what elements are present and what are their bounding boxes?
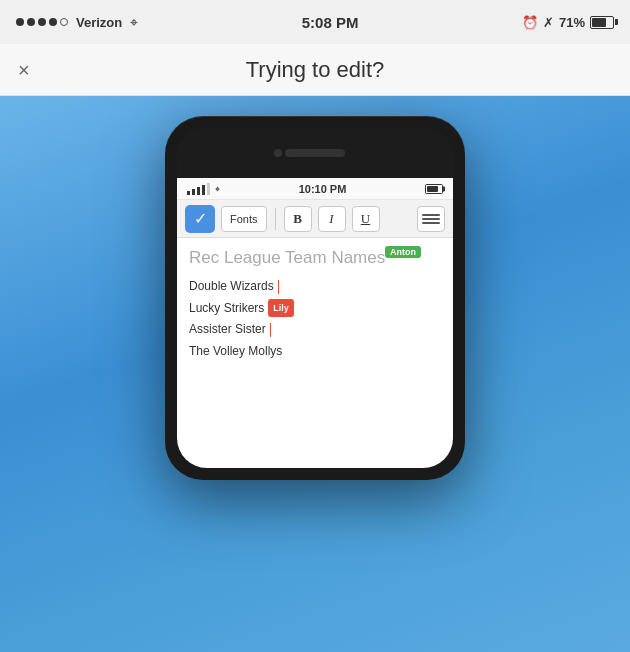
phone-mockup: ⌖ 10:10 PM ✓ Fonts	[165, 116, 465, 480]
phone-time: 10:10 PM	[299, 183, 347, 195]
align-line-2	[422, 218, 440, 220]
doc-title: Rec League Team Names Anton	[189, 248, 441, 268]
doc-line-4: The Volley Mollys	[189, 341, 441, 363]
phone-signal-bar-5	[207, 183, 210, 195]
status-bar: Verizon ⌖ 5:08 PM ⏰ ✗ 71%	[0, 0, 630, 44]
phone-speaker	[285, 149, 345, 157]
toolbar-separator	[275, 208, 276, 230]
phone-wifi-icon: ⌖	[215, 184, 220, 195]
toolbar-bold-button[interactable]: B	[284, 206, 312, 232]
align-line-1	[422, 214, 440, 216]
signal-dot-5	[60, 18, 68, 26]
phone-signal-bar-4	[202, 185, 205, 195]
header-title: Trying to edit?	[246, 57, 385, 83]
red-cursor	[270, 323, 272, 337]
signal-dot-2	[27, 18, 35, 26]
doc-line-3: Assister Sister	[189, 319, 441, 341]
phone-status-bar: ⌖ 10:10 PM	[177, 178, 453, 200]
toolbar-italic-button[interactable]: I	[318, 206, 346, 232]
cursor-bar	[278, 280, 280, 294]
signal-dot-4	[49, 18, 57, 26]
italic-label: I	[329, 211, 333, 227]
status-time: 5:08 PM	[302, 14, 359, 31]
anton-cursor-label: Anton	[385, 246, 421, 258]
signal-dots	[16, 18, 68, 26]
align-line-3	[422, 222, 440, 224]
doc-title-text: Rec League Team Names	[189, 248, 385, 267]
phone-toolbar: ✓ Fonts B I U	[177, 200, 453, 238]
phone-screen: ⌖ 10:10 PM ✓ Fonts	[177, 178, 453, 468]
check-icon: ✓	[194, 209, 207, 228]
wifi-icon: ⌖	[130, 14, 138, 31]
main-content: ⌖ 10:10 PM ✓ Fonts	[0, 96, 630, 652]
bluetooth-icon: ✗	[543, 15, 554, 30]
close-button[interactable]: ×	[18, 60, 30, 80]
phone-battery-fill	[427, 186, 438, 192]
phone-content: Rec League Team Names Anton Double Wizar…	[177, 238, 453, 372]
phone-signal: ⌖	[187, 183, 220, 195]
doc-line-3-text: Assister Sister	[189, 319, 266, 341]
phone-battery-box	[425, 184, 443, 194]
battery-fill	[592, 18, 606, 27]
doc-line-2: Lucky Strikers Lily	[189, 298, 441, 320]
signal-dot-1	[16, 18, 24, 26]
doc-line-2-text: Lucky Strikers	[189, 298, 264, 320]
phone-top-bar	[177, 128, 453, 178]
toolbar-underline-button[interactable]: U	[352, 206, 380, 232]
phone-signal-bar-3	[197, 187, 200, 195]
toolbar-fonts-button[interactable]: Fonts	[221, 206, 267, 232]
toolbar-check-button[interactable]: ✓	[185, 205, 215, 233]
toolbar-align-button[interactable]	[417, 206, 445, 232]
fonts-label: Fonts	[230, 213, 258, 225]
carrier-name: Verizon	[76, 15, 122, 30]
phone-camera	[274, 149, 282, 157]
phone-signal-bar-2	[192, 189, 195, 195]
doc-line-1: Double Wizards	[189, 276, 441, 298]
battery-percentage: 71%	[559, 15, 585, 30]
phone-battery-area	[425, 184, 443, 194]
phone-signal-bar-1	[187, 191, 190, 195]
status-right: ⏰ ✗ 71%	[522, 15, 614, 30]
phone-inner: ⌖ 10:10 PM ✓ Fonts	[177, 128, 453, 468]
underline-label: U	[361, 211, 370, 227]
status-left: Verizon ⌖	[16, 14, 138, 31]
header: × Trying to edit?	[0, 44, 630, 96]
bold-label: B	[293, 211, 302, 227]
doc-line-4-text: The Volley Mollys	[189, 341, 282, 363]
lily-cursor-label: Lily	[268, 299, 294, 317]
alarm-icon: ⏰	[522, 15, 538, 30]
doc-line-1-text: Double Wizards	[189, 276, 274, 298]
signal-dot-3	[38, 18, 46, 26]
battery-icon	[590, 16, 614, 29]
